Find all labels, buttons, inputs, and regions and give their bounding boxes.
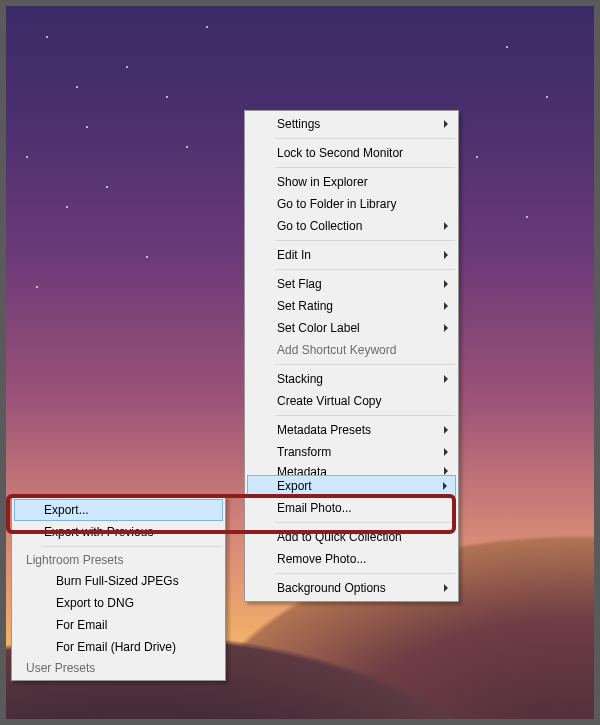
submenu-arrow-icon <box>444 375 448 383</box>
submenu-item-export[interactable]: Export... <box>14 499 223 521</box>
menu-item-go-to-collection[interactable]: Go to Collection <box>247 215 456 237</box>
menu-item-metadata-presets[interactable]: Metadata Presets <box>247 419 456 441</box>
menu-label: For Email (Hard Drive) <box>56 640 176 654</box>
submenu-item-for-email[interactable]: For Email <box>14 614 223 636</box>
submenu-heading-lightroom-presets: Lightroom Presets <box>14 550 223 570</box>
menu-label: Set Color Label <box>277 321 360 335</box>
submenu-arrow-icon <box>444 448 448 456</box>
menu-separator <box>275 269 455 270</box>
menu-label: Go to Collection <box>277 219 362 233</box>
menu-label: Metadata Presets <box>277 423 371 437</box>
menu-label: Lock to Second Monitor <box>277 146 403 160</box>
menu-label: Export <box>277 479 312 493</box>
submenu-arrow-icon <box>444 120 448 128</box>
submenu-item-export-with-previous[interactable]: Export with Previous <box>14 521 223 543</box>
menu-separator <box>275 573 455 574</box>
menu-label: Background Options <box>277 581 386 595</box>
menu-label: Export to DNG <box>56 596 134 610</box>
menu-separator <box>275 138 455 139</box>
submenu-arrow-icon <box>444 280 448 288</box>
menu-label: Export with Previous <box>44 525 153 539</box>
submenu-arrow-icon <box>444 467 448 475</box>
menu-item-add-to-quick-collection[interactable]: Add to Quick Collection <box>247 526 456 548</box>
export-submenu: Export... Export with Previous Lightroom… <box>11 496 226 681</box>
menu-item-lock-second-monitor[interactable]: Lock to Second Monitor <box>247 142 456 164</box>
menu-separator <box>275 522 455 523</box>
menu-label: Show in Explorer <box>277 175 368 189</box>
heading-label: Lightroom Presets <box>26 553 123 567</box>
submenu-item-burn-full-sized-jpegs[interactable]: Burn Full-Sized JPEGs <box>14 570 223 592</box>
submenu-arrow-icon <box>444 302 448 310</box>
menu-label: For Email <box>56 618 107 632</box>
menu-item-export[interactable]: Export <box>247 475 456 497</box>
context-menu: Settings Lock to Second Monitor Show in … <box>244 110 459 602</box>
menu-label: Set Flag <box>277 277 322 291</box>
menu-item-set-rating[interactable]: Set Rating <box>247 295 456 317</box>
submenu-arrow-icon <box>444 222 448 230</box>
menu-separator <box>275 415 455 416</box>
submenu-item-export-to-dng[interactable]: Export to DNG <box>14 592 223 614</box>
menu-label: Add to Quick Collection <box>277 530 402 544</box>
menu-item-stacking[interactable]: Stacking <box>247 368 456 390</box>
submenu-heading-user-presets: User Presets <box>14 658 223 678</box>
menu-separator <box>275 167 455 168</box>
submenu-arrow-icon <box>444 324 448 332</box>
submenu-arrow-icon <box>444 251 448 259</box>
menu-item-edit-in[interactable]: Edit In <box>247 244 456 266</box>
menu-item-metadata[interactable]: Metadata <box>247 463 456 475</box>
menu-label: Burn Full-Sized JPEGs <box>56 574 179 588</box>
heading-label: User Presets <box>26 661 95 675</box>
submenu-arrow-icon <box>443 482 447 490</box>
menu-label: Email Photo... <box>277 501 352 515</box>
menu-item-remove-photo[interactable]: Remove Photo... <box>247 548 456 570</box>
menu-item-set-color-label[interactable]: Set Color Label <box>247 317 456 339</box>
menu-separator <box>275 364 455 365</box>
app-frame: Settings Lock to Second Monitor Show in … <box>0 0 600 725</box>
menu-label: Create Virtual Copy <box>277 394 382 408</box>
menu-label: Add Shortcut Keyword <box>277 343 396 357</box>
menu-label: Stacking <box>277 372 323 386</box>
menu-label: Edit In <box>277 248 311 262</box>
menu-item-background-options[interactable]: Background Options <box>247 577 456 599</box>
menu-item-set-flag[interactable]: Set Flag <box>247 273 456 295</box>
menu-label: Settings <box>277 117 320 131</box>
menu-label: Export... <box>44 503 89 517</box>
menu-label: Metadata <box>277 465 327 475</box>
menu-item-add-shortcut-keyword: Add Shortcut Keyword <box>247 339 456 361</box>
menu-separator <box>275 240 455 241</box>
menu-label: Set Rating <box>277 299 333 313</box>
menu-item-email-photo[interactable]: Email Photo... <box>247 497 456 519</box>
menu-label: Go to Folder in Library <box>277 197 396 211</box>
menu-item-go-to-folder[interactable]: Go to Folder in Library <box>247 193 456 215</box>
menu-separator <box>42 546 222 547</box>
menu-label: Transform <box>277 445 331 459</box>
menu-label: Remove Photo... <box>277 552 366 566</box>
menu-item-transform[interactable]: Transform <box>247 441 456 463</box>
menu-item-create-virtual-copy[interactable]: Create Virtual Copy <box>247 390 456 412</box>
submenu-arrow-icon <box>444 426 448 434</box>
submenu-arrow-icon <box>444 584 448 592</box>
menu-item-show-in-explorer[interactable]: Show in Explorer <box>247 171 456 193</box>
submenu-item-for-email-hard-drive[interactable]: For Email (Hard Drive) <box>14 636 223 658</box>
menu-item-settings[interactable]: Settings <box>247 113 456 135</box>
